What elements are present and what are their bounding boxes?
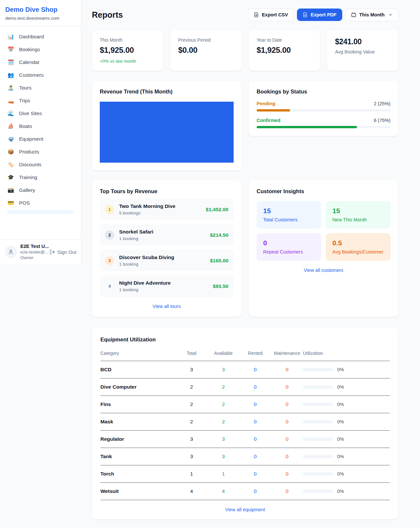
insight-box: 15 New This Month bbox=[326, 201, 390, 229]
discounts-icon: 🏷️ bbox=[7, 161, 14, 168]
equipment-maintenance: 0 bbox=[271, 413, 303, 431]
sidebar-item[interactable]: 🤿 Equipment bbox=[4, 132, 77, 145]
export-pdf-button[interactable]: Export PDF bbox=[297, 9, 342, 21]
equipment-rented: 0 bbox=[239, 465, 271, 483]
sidebar-item[interactable]: 🚤 Trips bbox=[4, 94, 77, 107]
bookings-icon: 📅 bbox=[7, 46, 14, 52]
equipment-table: Category Total Available Rented Maintena… bbox=[100, 348, 390, 500]
equipment-table-header: Category Total Available Rented Maintena… bbox=[100, 348, 390, 361]
insight-label: New This Month bbox=[332, 217, 384, 222]
status-progress-track bbox=[257, 109, 390, 112]
sidebar-item[interactable]: ⛵ Boats bbox=[4, 120, 77, 132]
utilization-percent: 0% bbox=[337, 437, 344, 442]
period-dropdown[interactable]: This Month bbox=[346, 9, 398, 21]
status-progress-fill bbox=[257, 109, 290, 112]
view-all-equipment-link[interactable]: View all equipment bbox=[100, 507, 390, 512]
sidebar-item[interactable]: 👥 Customers bbox=[4, 69, 77, 81]
sidebar-item-label: Training bbox=[19, 174, 37, 180]
utilization-percent: 0% bbox=[337, 471, 344, 477]
equipment-total: 4 bbox=[176, 483, 207, 500]
charts-row: Revenue Trend (This Month) Bookings by S… bbox=[92, 81, 398, 171]
equipment-utilization-card: Equipment Utilization Category Total Ava… bbox=[92, 328, 398, 519]
sidebar-item[interactable]: 🏝️ Tours bbox=[4, 81, 77, 94]
export-csv-button[interactable]: Export CSV bbox=[248, 9, 294, 21]
logout-icon bbox=[50, 249, 55, 255]
utilization-percent: 0% bbox=[337, 454, 344, 459]
top-tours-card: Top Tours by Revenue 1 Two Tank Morning … bbox=[92, 180, 242, 317]
sign-out-label: Sign Out bbox=[57, 249, 76, 255]
sidebar-item-label: Boats bbox=[19, 123, 32, 129]
revenue-trend-title: Revenue Trend (This Month) bbox=[100, 89, 234, 95]
status-row: Confirmed 6 (75%) bbox=[257, 118, 390, 128]
tour-rank-badge: 1 bbox=[105, 205, 114, 214]
sidebar-nav: 📊 Dashboard 📅 Bookings 🗓️ Calendar 👥 Cus… bbox=[0, 26, 81, 239]
tour-rank-badge: 3 bbox=[105, 256, 114, 265]
stat-label: Avg Booking Value bbox=[335, 49, 390, 54]
tour-amount: $165.00 bbox=[210, 258, 228, 264]
bookings-by-status-title: Bookings by Status bbox=[257, 89, 390, 95]
equipment-row: Dive Computer 2 2 0 0 0% bbox=[100, 378, 390, 396]
stat-delta: +0% vs last month bbox=[100, 59, 155, 64]
sidebar-item[interactable]: 💳 POS bbox=[4, 196, 77, 209]
view-all-customers-link[interactable]: View all customers bbox=[257, 268, 390, 273]
shop-name: Demo Dive Shop bbox=[5, 6, 76, 13]
equipment-maintenance: 0 bbox=[271, 431, 303, 448]
sidebar-item[interactable]: 🎓 Training bbox=[4, 171, 77, 184]
equipment-total: 3 bbox=[176, 448, 207, 465]
main-content: Reports Export CSV Export PDF bbox=[81, 0, 420, 528]
status-count: 2 (25%) bbox=[374, 101, 390, 106]
user-icon bbox=[8, 249, 14, 255]
sidebar-item-label: Discounts bbox=[19, 162, 41, 168]
utilization-percent: 0% bbox=[337, 367, 344, 372]
sidebar-item[interactable]: 🌊 Dive Sites bbox=[4, 107, 77, 120]
insights-grid: 15 Total Customers 15 New This Month 0 R… bbox=[257, 201, 390, 261]
page-title: Reports bbox=[92, 10, 123, 20]
sidebar-item-label: Gallery bbox=[19, 187, 35, 193]
insight-box: 15 Total Customers bbox=[257, 201, 321, 229]
sign-out-button[interactable]: Sign Out bbox=[50, 249, 76, 255]
tours-icon: 🏝️ bbox=[7, 85, 14, 91]
sidebar-item-label: Products bbox=[19, 149, 39, 155]
user-footer: E2E Test U... e2e-tester@... Owner Sign … bbox=[0, 239, 81, 264]
tour-amount: $214.50 bbox=[210, 232, 228, 238]
sidebar-item[interactable]: 📊 Dashboard bbox=[4, 30, 77, 43]
equipment-available: 3 bbox=[207, 448, 239, 465]
sidebar-item[interactable]: 📦 Products bbox=[4, 145, 77, 158]
equipment-maintenance: 0 bbox=[271, 448, 303, 465]
avatar bbox=[5, 246, 17, 258]
view-all-tours-link[interactable]: View all tours bbox=[100, 304, 234, 309]
utilization-percent: 0% bbox=[337, 384, 344, 390]
shop-domain: demo.test.divestreams.com bbox=[5, 16, 76, 21]
equipment-row: Tank 3 3 0 0 0% bbox=[100, 448, 390, 465]
col-header-utilization: Utilization bbox=[303, 348, 390, 361]
stat-value: $241.00 bbox=[335, 37, 390, 46]
sidebar-item[interactable]: 📸 Gallery bbox=[4, 184, 77, 196]
status-progress-fill bbox=[257, 126, 357, 128]
insight-box: 0.5 Avg Bookings/Customer bbox=[326, 233, 390, 261]
sidebar-item-label: Dashboard bbox=[19, 34, 44, 40]
insight-label: Total Customers bbox=[263, 217, 315, 222]
sidebar-item[interactable]: 📅 Bookings bbox=[4, 43, 77, 56]
equipment-total: 1 bbox=[176, 465, 207, 483]
utilization-bar-track bbox=[303, 490, 333, 493]
sidebar-item[interactable]: 🗓️ Calendar bbox=[4, 56, 77, 69]
sidebar-item-label: Calendar bbox=[19, 59, 40, 65]
equipment-available: 4 bbox=[207, 483, 239, 500]
sidebar-item-reports-active-partial[interactable] bbox=[7, 210, 74, 214]
utilization-bar-track bbox=[303, 420, 333, 423]
equipment-maintenance: 0 bbox=[271, 378, 303, 396]
revenue-trend-chart bbox=[100, 102, 234, 163]
export-pdf-label: Export PDF bbox=[311, 12, 337, 17]
sidebar-item[interactable]: 🏷️ Discounts bbox=[4, 158, 77, 171]
stat-value: $1,925.00 bbox=[257, 46, 312, 55]
equipment-category: Dive Computer bbox=[100, 378, 176, 396]
insight-label: Avg Bookings/Customer bbox=[332, 249, 384, 254]
equipment-category: Wetsuit bbox=[100, 483, 176, 500]
tour-row: 3 Discover Scuba Diving 1 booking $165.0… bbox=[100, 250, 234, 271]
equipment-row: Wetsuit 4 4 0 0 0% bbox=[100, 483, 390, 500]
equipment-available: 3 bbox=[207, 431, 239, 448]
period-label: This Month bbox=[359, 12, 385, 17]
calendar-icon bbox=[351, 12, 356, 17]
customer-insights-title: Customer Insights bbox=[257, 188, 390, 194]
col-header-maintenance: Maintenance bbox=[271, 348, 303, 361]
